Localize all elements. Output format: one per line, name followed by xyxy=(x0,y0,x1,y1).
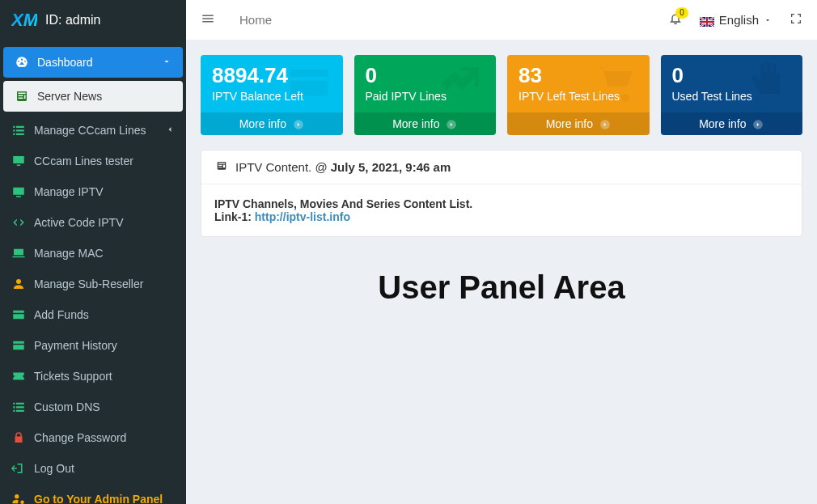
breadcrumb[interactable]: Home xyxy=(239,13,272,27)
newspaper-icon xyxy=(15,89,29,104)
stat-used-test-lines: 0 Used Test Lines More info xyxy=(661,55,803,135)
laptop-icon xyxy=(11,246,26,260)
news-link[interactable]: http://iptv-list.info xyxy=(255,210,350,223)
arrow-circle-right-icon xyxy=(293,119,304,130)
sidebar-item-sub-reseller[interactable]: Manage Sub-Reseller xyxy=(0,269,186,299)
sidebar-item-cccam-tester[interactable]: CCcam Lines tester xyxy=(0,146,186,176)
main-area: Home 0 English xyxy=(186,0,817,504)
content: 8894.74 IPTV Balance Left More info 0 Pa… xyxy=(186,40,817,504)
svg-text:XM: XM xyxy=(11,10,37,30)
sidebar-item-label: Go to Your Admin Panel xyxy=(34,493,163,504)
cart-icon xyxy=(586,60,645,108)
sidebar-item-payment-history[interactable]: Payment History xyxy=(0,330,186,361)
news-card-body: IPTV Channels, Movies And Series Content… xyxy=(201,184,802,236)
page-heading: User Panel Area xyxy=(201,269,802,306)
sidebar-item-active-code[interactable]: Active Code IPTV xyxy=(0,207,186,238)
news-icon xyxy=(214,160,229,174)
sidebar-item-label: Manage IPTV xyxy=(34,185,104,198)
card-icon xyxy=(280,60,338,108)
stat-iptv-balance: 8894.74 IPTV Balance Left More info xyxy=(201,55,343,135)
hand-icon xyxy=(739,60,798,108)
logout-icon xyxy=(11,461,26,476)
sidebar-item-server-news[interactable]: Server News xyxy=(3,81,183,112)
gauge-icon xyxy=(15,55,29,70)
list-icon xyxy=(11,400,26,414)
credit-card-icon xyxy=(11,307,26,322)
code-icon xyxy=(11,215,26,230)
sidebar-item-label: CCcam Lines tester xyxy=(34,155,133,167)
credit-card-icon xyxy=(11,338,26,353)
tv-icon xyxy=(11,184,26,199)
fullscreen-button[interactable] xyxy=(789,12,802,28)
flag-uk-icon xyxy=(700,15,714,25)
ticket-icon xyxy=(11,369,26,383)
sidebar-item-logout[interactable]: Log Out xyxy=(0,453,186,484)
brand-id-label: ID: admin xyxy=(45,13,100,28)
more-info-link[interactable]: More info xyxy=(201,112,343,135)
sidebar-item-custom-dns[interactable]: Custom DNS xyxy=(0,392,186,422)
notification-count-badge: 0 xyxy=(675,7,688,19)
sidebar-item-label: Custom DNS xyxy=(34,400,100,413)
list-icon xyxy=(11,123,26,138)
sidebar-item-label: Tickets Support xyxy=(34,370,112,383)
caret-down-icon xyxy=(764,16,772,24)
arrow-circle-right-icon xyxy=(752,119,764,130)
sidebar-item-label: Add Funds xyxy=(34,308,89,321)
sidebar-item-tickets[interactable]: Tickets Support xyxy=(0,361,186,392)
news-title-prefix: IPTV Content. @ xyxy=(235,160,328,174)
arrow-circle-right-icon xyxy=(446,119,457,130)
chevron-down-icon xyxy=(162,56,171,69)
user-gear-icon xyxy=(11,492,26,504)
news-body-line1: IPTV Channels, Movies And Series Content… xyxy=(214,197,472,210)
sidebar-item-label: Manage Sub-Reseller xyxy=(34,277,143,290)
sidebar-item-label: Payment History xyxy=(34,339,117,352)
more-info-link[interactable]: More info xyxy=(507,112,650,135)
hamburger-icon[interactable] xyxy=(201,11,215,29)
news-timestamp: July 5, 2021, 9:46 am xyxy=(331,160,451,174)
language-label: English xyxy=(719,13,759,27)
sidebar-item-label: Log Out xyxy=(34,462,74,475)
more-info-link[interactable]: More info xyxy=(661,112,803,135)
brand-logo: XM xyxy=(11,10,37,31)
news-card: IPTV Content. @ July 5, 2021, 9:46 am IP… xyxy=(201,150,802,237)
sidebar-item-manage-cccam[interactable]: Manage CCcam Lines xyxy=(0,115,186,146)
topbar-right: 0 English xyxy=(669,12,802,28)
monitor-icon xyxy=(11,154,26,168)
language-selector[interactable]: English xyxy=(700,13,772,27)
sidebar-item-label: Dashboard xyxy=(37,56,93,69)
stat-row: 8894.74 IPTV Balance Left More info 0 Pa… xyxy=(201,55,802,135)
topbar: Home 0 English xyxy=(186,0,817,40)
sidebar-item-label: Active Code IPTV xyxy=(34,216,124,229)
sidebar-item-manage-iptv[interactable]: Manage IPTV xyxy=(0,176,186,207)
chevron-left-icon xyxy=(165,124,175,137)
user-icon xyxy=(11,277,26,291)
sidebar-item-label: Server News xyxy=(37,90,102,103)
sidebar-item-admin-panel[interactable]: Go to Your Admin Panel xyxy=(0,484,186,504)
news-card-header: IPTV Content. @ July 5, 2021, 9:46 am xyxy=(201,150,802,184)
stat-paid-lines: 0 Paid IPTV Lines More info xyxy=(354,55,497,135)
stat-test-lines-left: 83 IPTV Left Test Lines More info xyxy=(507,55,650,135)
sidebar-item-manage-mac[interactable]: Manage MAC xyxy=(0,238,186,269)
sidebar-item-label: Manage MAC xyxy=(34,247,104,260)
sidebar-item-dashboard[interactable]: Dashboard xyxy=(3,47,183,78)
sidebar-item-add-funds[interactable]: Add Funds xyxy=(0,299,186,330)
chart-up-icon xyxy=(433,60,491,108)
arrow-circle-right-icon xyxy=(599,119,611,130)
notifications-button[interactable]: 0 xyxy=(669,12,682,28)
news-link-label: Link-1: xyxy=(214,210,252,223)
sidebar-item-label: Change Password xyxy=(34,431,126,444)
brand-header: XM ID: admin xyxy=(0,0,186,40)
more-info-link[interactable]: More info xyxy=(354,112,497,135)
sidebar-item-change-password[interactable]: Change Password xyxy=(0,422,186,453)
sidebar-item-label: Manage CCcam Lines xyxy=(34,124,146,137)
sidebar: XM ID: admin Dashboard xyxy=(0,0,186,504)
lock-icon xyxy=(11,430,26,445)
sidebar-menu: Dashboard Server News Manage CCcam Lines xyxy=(0,40,186,504)
